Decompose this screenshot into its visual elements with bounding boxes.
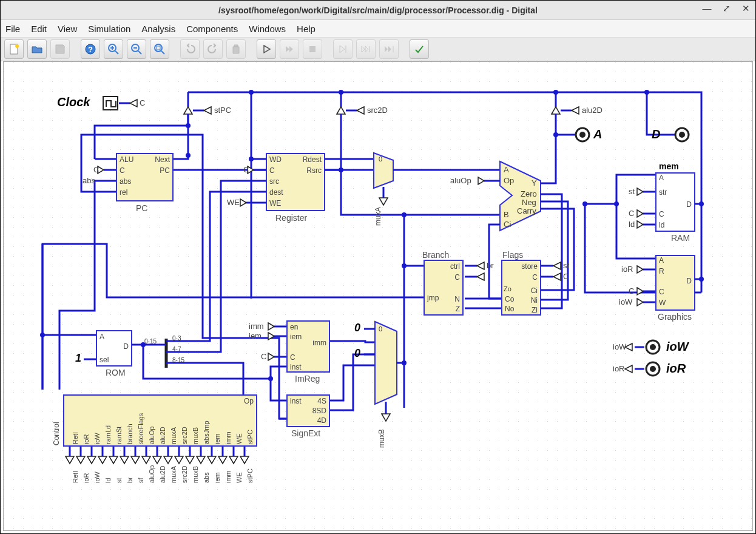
maximize-button[interactable]: ⤢ <box>720 3 732 14</box>
gfx-r: R <box>659 267 664 275</box>
ram-str: str <box>659 188 667 197</box>
flags-store: store <box>521 262 538 271</box>
menu-edit[interactable]: Edit <box>31 24 47 34</box>
flags-sf-ext: sf <box>563 261 569 270</box>
ram-component[interactable]: A str D C ld <box>655 172 695 232</box>
imreg-en: en <box>290 323 298 331</box>
control-out-muxA: muxA <box>170 466 177 483</box>
control-op: Op <box>244 397 254 405</box>
iow-tunnel: ioW <box>613 342 626 351</box>
control-col-absJmp: absJmp <box>203 421 210 444</box>
menu-analysis[interactable]: Analysis <box>141 24 175 34</box>
titlebar: /sysroot/home/egon/work/Digital/src/main… <box>1 1 755 20</box>
reg-pin-src: src <box>269 177 279 186</box>
zoom-out-button[interactable] <box>127 39 146 59</box>
menu-help[interactable]: Help <box>297 24 316 34</box>
gfx-name: Graphics <box>658 312 692 322</box>
flags-component[interactable]: store C Co Ci No Ni Zo Zi <box>501 260 541 316</box>
ram-d: D <box>686 200 692 209</box>
pc-pin-abs: abs <box>120 177 131 186</box>
clock-label: Clock <box>57 95 90 109</box>
register-component[interactable]: WD C src dest WE Rdest Rsrc <box>266 153 325 211</box>
const-zero-a: 0 <box>354 322 360 334</box>
signext-name: SignExt <box>291 428 320 438</box>
mem-label: mem <box>659 161 679 171</box>
split-0-3: 0-3 <box>172 335 181 342</box>
svg-point-1 <box>15 44 19 48</box>
run-to-break-button[interactable] <box>379 39 399 59</box>
fast-forward-button[interactable] <box>280 39 299 59</box>
minimize-button[interactable]: — <box>701 3 713 14</box>
gfx-w: W <box>659 299 666 307</box>
control-col-src2D: src2D <box>181 427 188 444</box>
delete-button[interactable] <box>226 39 246 59</box>
gfx-c: C <box>659 288 664 296</box>
probe-ior: ioR <box>666 362 686 376</box>
flags-ci: Ci <box>531 286 538 295</box>
rom-a: A <box>100 333 104 341</box>
circuit-canvas[interactable]: line.w,polyline.w{stroke:#1818d0;stroke-… <box>3 61 753 531</box>
help-button[interactable]: ? <box>81 39 100 59</box>
control-out-WE: WE <box>235 472 243 483</box>
window-title: /sysroot/home/egon/work/Digital/src/main… <box>218 5 538 15</box>
branch-component[interactable]: ctrl C jmp N Z <box>424 260 464 316</box>
rom-name: ROM <box>106 368 126 377</box>
imreg-component[interactable]: en iem imm C inst <box>286 320 330 373</box>
zoom-fit-button[interactable] <box>150 39 169 59</box>
reg-we-ext: WE <box>227 198 240 207</box>
stpc-label: stPC <box>214 106 231 115</box>
rom-component[interactable]: A D sel <box>96 330 132 367</box>
split-4-7: 4-7 <box>172 346 181 353</box>
pc-pin-next: Next <box>155 155 170 164</box>
menu-simulation[interactable]: Simulation <box>88 24 130 34</box>
menu-view[interactable]: View <box>58 24 77 34</box>
probe-d-label: D <box>652 127 660 141</box>
imreg-imm-out: imm <box>312 339 326 347</box>
zoom-in-button[interactable] <box>104 39 123 59</box>
stop-button[interactable] <box>303 39 322 59</box>
new-button[interactable] <box>4 39 24 59</box>
signext-4s: 4S <box>317 397 326 405</box>
const-zero-b: 0 <box>354 347 360 360</box>
menu-components[interactable]: Components <box>186 24 238 34</box>
undo-button[interactable] <box>180 39 200 59</box>
toolbar: ? <box>1 37 755 61</box>
imreg-c: C <box>290 353 295 362</box>
control-col-imm: imm <box>224 431 232 444</box>
run-button[interactable] <box>257 39 276 59</box>
control-out-src2D: src2D <box>181 465 188 483</box>
step-button[interactable] <box>333 39 353 59</box>
redo-button[interactable] <box>203 39 223 59</box>
control-out-sf: sf <box>137 478 144 483</box>
ram-ld: ld <box>659 221 664 229</box>
graphics-component[interactable]: A R D C W <box>655 255 695 311</box>
aluop-ext: aluOp <box>450 176 471 185</box>
gfx-ior-ext: ioR <box>621 265 633 274</box>
signext-component[interactable]: inst 4S 8SD 4D <box>286 394 330 427</box>
alu-carry: Carry <box>517 206 536 215</box>
close-button[interactable]: ✕ <box>740 3 752 14</box>
open-button[interactable] <box>27 39 47 59</box>
reg-pin-we: WE <box>269 199 281 208</box>
imreg-iem: iem <box>290 333 302 341</box>
menu-file[interactable]: File <box>5 24 20 34</box>
reg-pin-rdest: Rdest <box>303 155 322 164</box>
save-button[interactable] <box>50 39 70 59</box>
split-0-15: 0-15 <box>144 338 157 345</box>
control-out-stPC: stPC <box>246 468 254 483</box>
flags-c-ext: C <box>563 272 569 281</box>
test-button[interactable] <box>410 39 429 59</box>
flags-no: No <box>505 305 514 313</box>
control-col-branch: branch <box>126 424 133 444</box>
alu-op: Op <box>504 176 514 185</box>
micro-step-button[interactable] <box>356 39 376 59</box>
pc-component[interactable]: ALU C abs rel Next PC <box>116 153 174 201</box>
control-out-aluOp: aluOp <box>148 465 155 483</box>
clock-component[interactable] <box>103 96 118 110</box>
menu-windows[interactable]: Windows <box>249 24 286 34</box>
src2d-label: src2D <box>367 106 388 115</box>
imreg-imm-ext: imm <box>249 322 264 331</box>
control-col-alu2D: alu2D <box>159 427 166 444</box>
probe-a-label: A <box>593 127 602 141</box>
ram-st-ext: st <box>629 187 635 196</box>
